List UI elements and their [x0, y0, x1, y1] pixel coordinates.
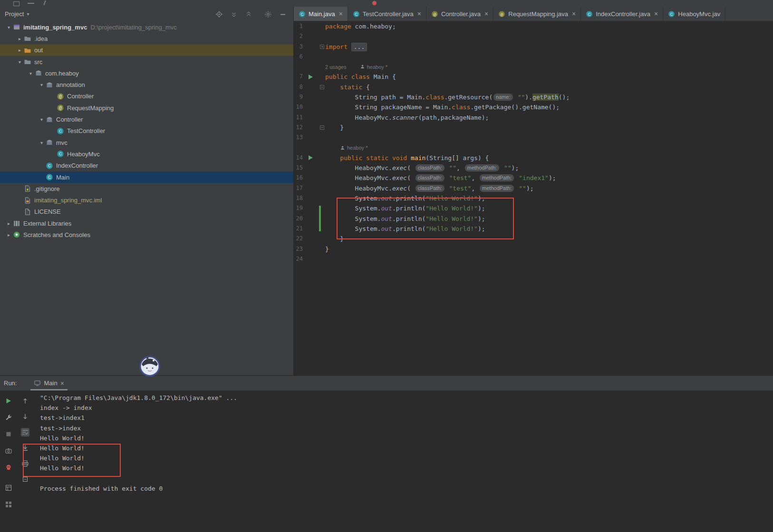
token: (path,packageName);: [418, 114, 489, 121]
code-text[interactable]: HeaboyMvc.exec( classPath: "", methodPat…: [325, 163, 519, 173]
tree-item-out[interactable]: ▸out: [0, 45, 293, 56]
code-text[interactable]: public class Main {: [325, 72, 396, 82]
up-button[interactable]: [21, 397, 29, 405]
project-panel-title[interactable]: Project: [5, 10, 24, 18]
run-tab-main[interactable]: Main ×: [29, 376, 68, 390]
tree-item-annotation[interactable]: ▾annotation: [0, 79, 293, 90]
restore-layout-button[interactable]: [4, 484, 13, 492]
chevron-expanded-icon[interactable]: ▾: [5, 25, 13, 30]
code-text[interactable]: HeaboyMvc.exec( classPath: "test", metho…: [325, 183, 534, 193]
tree-item-com-heaboy[interactable]: ▾com.heaboy: [0, 67, 293, 79]
grid-button[interactable]: [4, 500, 13, 509]
tree-item-src[interactable]: ▾src: [0, 56, 293, 67]
build-settings-button[interactable]: [4, 413, 13, 422]
tree-item-label: RequestMapping: [67, 104, 114, 112]
tab-label: IndexController.java: [596, 10, 650, 18]
run-line-icon[interactable]: [309, 75, 313, 79]
rerun-button[interactable]: [4, 397, 13, 405]
close-run-tab-icon[interactable]: ×: [60, 380, 64, 387]
editor-tab-testcontroller-java[interactable]: CTestController.java×: [348, 7, 426, 21]
code-line-23: 23}: [294, 244, 773, 254]
code-text[interactable]: HeaboyMvc.scanner(path,packageName);: [325, 113, 489, 123]
tree-item-main[interactable]: CMain: [0, 171, 293, 183]
folder-icon: [24, 35, 31, 42]
chevron-expanded-icon[interactable]: ▾: [38, 82, 46, 87]
chevron-expanded-icon[interactable]: ▾: [16, 59, 24, 65]
fold-collapse-icon[interactable]: −: [320, 125, 324, 130]
tree-item-controller[interactable]: @Controller: [0, 91, 293, 102]
tree-item-indexcontroller[interactable]: CIndexController: [0, 160, 293, 171]
usages-hint[interactable]: 2 usages: [325, 64, 347, 70]
chevron-collapsed-icon[interactable]: ▸: [5, 221, 13, 226]
editor-tab-heaboymvc-jav[interactable]: CHeaboyMvc.jav: [663, 7, 725, 21]
tree-item--gitignore[interactable]: .gitignore: [0, 183, 293, 194]
chevron-collapsed-icon[interactable]: ▸: [16, 36, 24, 41]
class-icon: C: [353, 10, 360, 18]
locate-icon[interactable]: [215, 10, 223, 18]
tree-item-testcontroller[interactable]: CTestController: [0, 125, 293, 137]
gutter: [303, 193, 325, 203]
scratches-icon: [13, 231, 20, 238]
console-line: Hello World!: [40, 443, 773, 453]
tree-item--idea[interactable]: ▸.idea: [0, 33, 293, 44]
gutter: +: [303, 42, 325, 52]
tree-item-imitating-spring-mvc-iml[interactable]: imitating_spring_mvc.iml: [0, 194, 293, 206]
stop-button[interactable]: [4, 430, 13, 438]
gutter: [303, 52, 325, 62]
close-tab-icon[interactable]: ×: [654, 10, 658, 18]
tree-item-imitating-spring-mvc[interactable]: ▾imitating_spring_mvcD:\project\imitatin…: [0, 21, 293, 33]
code-text[interactable]: public static void main(String[] args) {: [325, 153, 489, 163]
code-text[interactable]: }: [325, 244, 329, 254]
line-number: 23: [294, 244, 303, 254]
token: import: [325, 43, 348, 50]
close-tab-icon[interactable]: ×: [417, 10, 421, 18]
code-text[interactable]: String packageName = Main.class.getPacka…: [325, 102, 560, 112]
editor-tab-indexcontroller-java[interactable]: CIndexController.java×: [581, 7, 663, 21]
package-icon: [46, 139, 53, 146]
class-icon: C: [57, 127, 64, 135]
collapse-all-icon[interactable]: [245, 10, 252, 18]
editor-tab-main-java[interactable]: CMain.java×: [294, 7, 348, 21]
console-line: Hello World!: [40, 433, 773, 443]
chevron-expanded-icon[interactable]: ▾: [38, 117, 46, 122]
gutter: [303, 173, 325, 183]
chevron-collapsed-icon[interactable]: ▸: [5, 232, 13, 238]
author-hint[interactable]: heaboy *: [347, 145, 367, 151]
token: "index1": [519, 174, 549, 181]
editor-tab-controller-java[interactable]: @Controller.java×: [426, 7, 493, 21]
code-text[interactable]: package com.heaboy;: [325, 21, 396, 31]
close-tab-icon[interactable]: ×: [339, 10, 343, 18]
tree-item-controller[interactable]: ▾Controller: [0, 114, 293, 125]
down-button[interactable]: [21, 412, 29, 421]
close-tab-icon[interactable]: ×: [484, 10, 488, 18]
tree-item-mvc[interactable]: ▾mvc: [0, 137, 293, 148]
tree-item-requestmapping[interactable]: @RequestMapping: [0, 102, 293, 114]
fold-expand-icon[interactable]: +: [320, 45, 324, 49]
code-text[interactable]: }: [325, 123, 344, 133]
tree-item-heaboymvc[interactable]: CHeaboyMvc: [0, 148, 293, 160]
code-text[interactable]: static {: [325, 82, 370, 92]
editor-tab-requestmapping-java[interactable]: @RequestMapping.java×: [493, 7, 581, 21]
tree-item-scratches-and-consoles[interactable]: ▸Scratches and Consoles: [0, 229, 293, 240]
tree-item-label: Scratches and Consoles: [23, 231, 90, 238]
tree-item-license[interactable]: LICENSE: [0, 206, 293, 218]
author-hint[interactable]: heaboy *: [367, 64, 387, 70]
fold-collapse-icon[interactable]: −: [320, 85, 324, 89]
snapshot-button[interactable]: [4, 446, 13, 455]
chevron-expanded-icon[interactable]: ▾: [38, 140, 46, 145]
parameter-hint-chip: methodPath:: [480, 185, 514, 192]
code-text[interactable]: HeaboyMvc.exec( classPath: "test", metho…: [325, 173, 556, 183]
chevron-expanded-icon[interactable]: ▾: [27, 71, 35, 76]
code-text[interactable]: import ...: [325, 42, 367, 52]
chevron-collapsed-icon[interactable]: ▸: [16, 48, 24, 53]
tree-item-external-libraries[interactable]: ▸External Libraries: [0, 218, 293, 229]
hide-panel-icon[interactable]: [279, 10, 287, 18]
chevron-down-icon[interactable]: ▾: [27, 11, 29, 17]
settings-icon[interactable]: [264, 10, 272, 18]
run-line-icon[interactable]: [309, 155, 313, 160]
close-tab-icon[interactable]: ×: [572, 10, 576, 18]
code-text[interactable]: String path = Main.class.getResource(nam…: [325, 92, 570, 102]
kill-button[interactable]: [4, 463, 13, 472]
soft-wrap-button[interactable]: [21, 428, 29, 437]
expand-all-icon[interactable]: [230, 10, 238, 18]
